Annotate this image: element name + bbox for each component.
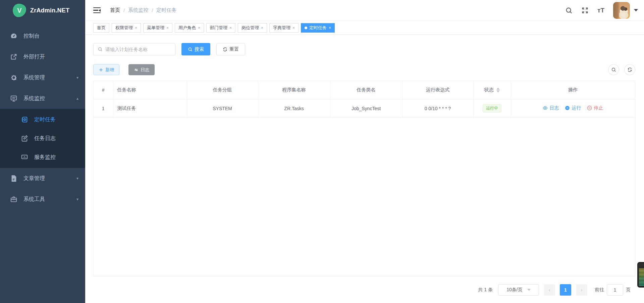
sidebar-item-task-log[interactable]: 任务日志 <box>0 129 85 148</box>
sidebar-item-label: 控制台 <box>23 33 40 40</box>
eye-icon <box>543 105 548 111</box>
table-row: 1 测试任务 SYSTEM ZR.Tasks Job_SyncTest 0 0/… <box>94 99 635 118</box>
sidebar-item-label: 系统管理 <box>23 74 45 81</box>
search-icon[interactable] <box>565 7 573 14</box>
server-monitor-icon <box>21 154 28 161</box>
close-icon[interactable]: × <box>329 26 331 30</box>
sidebar-item-label: 系统监控 <box>23 95 45 102</box>
sidebar-item-label: 任务日志 <box>34 135 56 142</box>
dashboard-icon <box>10 32 17 40</box>
col-status[interactable]: 状态 <box>473 81 511 99</box>
document-icon <box>10 175 17 182</box>
plus-icon <box>99 68 103 72</box>
add-button[interactable]: 新增 <box>93 64 119 75</box>
row-run-button[interactable]: 运行 <box>565 105 581 111</box>
goto-page-input[interactable] <box>607 284 623 296</box>
tab-home[interactable]: 首页 <box>93 23 109 33</box>
page-unit-label: 页 <box>626 287 631 293</box>
breadcrumb-home[interactable]: 首页 <box>110 7 120 13</box>
tab-department[interactable]: 部门管理× <box>206 23 235 33</box>
task-name-search-field[interactable] <box>93 43 175 55</box>
sidebar-item-scheduled-tasks[interactable]: 定时任务 <box>0 110 85 129</box>
navbar-tools: ᴛT <box>565 2 638 19</box>
pagination-total: 共 1 条 <box>478 287 493 293</box>
col-class: 任务类名 <box>330 81 402 99</box>
page-number-1[interactable]: 1 <box>560 284 571 296</box>
sidebar-item-system-monitor[interactable]: 系统监控 ▴ <box>0 88 85 109</box>
tab-permission[interactable]: 权限管理× <box>112 23 141 33</box>
prev-page-button[interactable]: ‹ <box>544 284 555 296</box>
sidebar: V ZrAdmin.NET 控制台 外部打开 系统管理 <box>0 0 85 303</box>
breadcrumb: 首页 / 系统监控 / 定时任务 <box>110 7 176 13</box>
gear-icon <box>10 74 17 81</box>
sidebar-item-article-management[interactable]: 文章管理 ▾ <box>0 168 85 189</box>
sort-icon[interactable] <box>496 88 500 92</box>
tab-menu[interactable]: 菜单管理× <box>143 23 172 33</box>
close-icon[interactable]: × <box>292 26 295 30</box>
sidebar-menu: 控制台 外部打开 系统管理 ▾ 系统监控 ▴ <box>0 26 85 210</box>
breadcrumb-system-monitor[interactable]: 系统监控 <box>128 7 148 13</box>
table-tools <box>608 64 635 75</box>
col-assembly: 程序集名称 <box>258 81 330 99</box>
font-size-icon[interactable]: ᴛT <box>597 7 604 14</box>
active-tab-dot <box>305 27 307 29</box>
tab-post[interactable]: 岗位管理× <box>238 23 267 33</box>
close-icon[interactable]: × <box>135 26 137 30</box>
log-button[interactable]: 日志 <box>128 64 155 75</box>
sidebar-item-server-monitor[interactable]: 服务监控 <box>0 148 85 167</box>
show-search-toggle-button[interactable] <box>608 64 619 75</box>
breadcrumb-separator: / <box>152 7 153 13</box>
page-size-select[interactable]: 10条/页 <box>498 284 539 296</box>
pause-circle-icon <box>587 105 592 111</box>
app-logo: V <box>13 4 26 17</box>
external-link-icon <box>10 53 17 60</box>
submenu-system-monitor: 定时任务 任务日志 服务监控 <box>0 109 85 168</box>
chevron-down-icon: ▾ <box>76 176 78 181</box>
sidebar-item-system-tools[interactable]: 系统工具 ▾ <box>0 189 85 210</box>
cell-task-name: 测试任务 <box>113 99 187 118</box>
search-icon <box>611 67 616 72</box>
logo-row[interactable]: V ZrAdmin.NET <box>0 0 85 21</box>
extension-widget-stripes <box>639 264 644 286</box>
fullscreen-icon[interactable] <box>581 7 589 14</box>
refresh-button[interactable] <box>624 64 635 75</box>
tab-dictionary[interactable]: 字典管理× <box>269 23 299 33</box>
reset-button[interactable]: 重置 <box>216 43 245 55</box>
minus-circle-icon <box>565 105 570 111</box>
user-menu[interactable] <box>613 2 638 19</box>
row-log-button[interactable]: 日志 <box>543 105 559 111</box>
tags-view-bar: 首页 权限管理× 菜单管理× 用户角色× 部门管理× 岗位管理× 字典管理× 定… <box>85 21 644 35</box>
main-column: 首页 / 系统监控 / 定时任务 ᴛT <box>85 0 644 303</box>
sidebar-fold-icon[interactable] <box>93 7 101 13</box>
sidebar-item-label: 服务监控 <box>34 154 56 161</box>
col-task-name: 任务名称 <box>113 81 187 99</box>
sidebar-item-dashboard[interactable]: 控制台 <box>0 26 85 46</box>
next-page-button[interactable]: › <box>576 284 587 296</box>
app-root: V ZrAdmin.NET 控制台 外部打开 系统管理 <box>0 0 644 303</box>
browser-extension-widget[interactable] <box>637 262 644 288</box>
tasks-table: # 任务名称 任务分组 程序集名称 任务类名 运行表达式 状态 操作 <box>93 81 635 276</box>
status-badge: 运行中 <box>483 104 501 113</box>
close-icon[interactable]: × <box>229 26 232 30</box>
sidebar-item-label: 外部打开 <box>23 53 45 60</box>
sidebar-item-label: 定时任务 <box>34 116 56 123</box>
table-toolbar: 新增 日志 <box>93 64 635 75</box>
col-actions: 操作 <box>511 81 635 99</box>
chevron-down-icon <box>527 289 531 291</box>
tab-scheduled-tasks[interactable]: 定时任务× <box>301 23 335 33</box>
sidebar-item-external[interactable]: 外部打开 <box>0 46 85 67</box>
search-button[interactable]: 搜索 <box>181 43 210 55</box>
row-stop-button[interactable]: 停止 <box>587 105 603 111</box>
timer-icon <box>21 116 28 123</box>
col-task-group: 任务分组 <box>187 81 258 99</box>
close-icon[interactable]: × <box>261 26 263 30</box>
tab-user-role[interactable]: 用户角色× <box>175 23 204 33</box>
sidebar-item-system-management[interactable]: 系统管理 ▾ <box>0 67 85 88</box>
col-index: # <box>94 81 113 99</box>
close-icon[interactable]: × <box>166 26 169 30</box>
filter-row: 搜索 重置 <box>93 43 635 55</box>
task-log-icon <box>21 135 28 142</box>
search-input[interactable] <box>105 47 171 52</box>
refresh-icon <box>627 67 632 72</box>
close-icon[interactable]: × <box>198 26 200 30</box>
